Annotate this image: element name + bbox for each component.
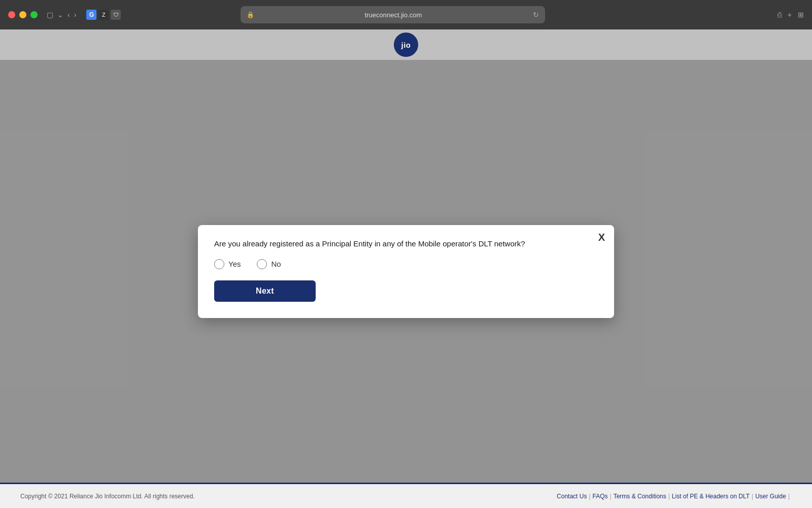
new-tab-icon[interactable]: + bbox=[788, 11, 792, 19]
footer-links: Contact Us | FAQs | Terms & Conditions |… bbox=[557, 493, 792, 500]
footer-sep-4: | bbox=[752, 493, 753, 500]
next-button[interactable]: Next bbox=[214, 280, 316, 302]
site-footer: Copyright © 2021 Reliance Jio Infocomm L… bbox=[0, 483, 812, 508]
radio-option-yes[interactable]: Yes bbox=[214, 259, 241, 269]
footer-sep-2: | bbox=[610, 493, 612, 500]
reload-icon[interactable]: ↻ bbox=[533, 11, 539, 19]
back-icon[interactable]: ‹ bbox=[67, 11, 70, 19]
ext-google-icon[interactable]: G bbox=[86, 10, 96, 20]
main-content: X Are you already registered as a Princi… bbox=[0, 60, 812, 483]
footer-link-contact[interactable]: Contact Us bbox=[557, 493, 587, 500]
extension-icons: G Z 🛡 bbox=[86, 10, 121, 20]
grid-icon[interactable]: ⊞ bbox=[798, 11, 804, 19]
modal-dialog: X Are you already registered as a Princi… bbox=[198, 225, 614, 318]
share-icon[interactable]: ⎙ bbox=[777, 11, 782, 19]
modal-overlay: X Are you already registered as a Princi… bbox=[0, 60, 812, 483]
tab-dropdown-icon[interactable]: ⌄ bbox=[57, 11, 63, 19]
sidebar-icon[interactable]: ▢ bbox=[47, 11, 53, 19]
ext-icon-2[interactable]: Z bbox=[98, 10, 109, 20]
browser-toolbar-right: ⎙ + ⊞ bbox=[777, 11, 804, 19]
footer-sep-1: | bbox=[589, 493, 590, 500]
radio-group: Yes No bbox=[214, 259, 598, 269]
modal-close-button[interactable]: X bbox=[598, 232, 605, 242]
minimize-button[interactable] bbox=[19, 11, 26, 18]
forward-icon[interactable]: › bbox=[74, 11, 77, 19]
maximize-button[interactable] bbox=[30, 11, 38, 18]
radio-yes-label: Yes bbox=[228, 260, 241, 268]
footer-copyright: Copyright © 2021 Reliance Jio Infocomm L… bbox=[20, 493, 195, 500]
footer-link-terms[interactable]: Terms & Conditions bbox=[614, 493, 666, 500]
url-display: trueconnect.jio.com bbox=[258, 11, 529, 19]
footer-link-dlt[interactable]: List of PE & Headers on DLT bbox=[672, 493, 750, 500]
radio-option-no[interactable]: No bbox=[257, 259, 281, 269]
footer-link-user-guide[interactable]: User Guide bbox=[755, 493, 786, 500]
browser-chrome: ▢ ⌄ ‹ › G Z 🛡 🔒 trueconnect.jio.com ↻ ⎙ … bbox=[0, 0, 812, 29]
radio-no-label: No bbox=[271, 260, 281, 268]
radio-yes[interactable] bbox=[214, 259, 224, 269]
browser-nav-icons: ▢ ⌄ ‹ › bbox=[47, 11, 76, 19]
footer-sep-5: | bbox=[788, 493, 790, 500]
lock-icon: 🔒 bbox=[247, 11, 254, 18]
close-button[interactable] bbox=[8, 11, 15, 18]
logo-text: jio bbox=[401, 41, 411, 49]
traffic-lights bbox=[8, 11, 38, 18]
address-bar[interactable]: 🔒 trueconnect.jio.com ↻ bbox=[241, 6, 545, 23]
footer-sep-3: | bbox=[668, 493, 670, 500]
radio-no[interactable] bbox=[257, 259, 267, 269]
site-header: jio bbox=[0, 29, 812, 60]
jio-logo: jio bbox=[394, 33, 418, 57]
modal-question-text: Are you already registered as a Principa… bbox=[214, 239, 598, 248]
footer-link-faqs[interactable]: FAQs bbox=[593, 493, 608, 500]
ext-icon-3[interactable]: 🛡 bbox=[111, 10, 121, 20]
